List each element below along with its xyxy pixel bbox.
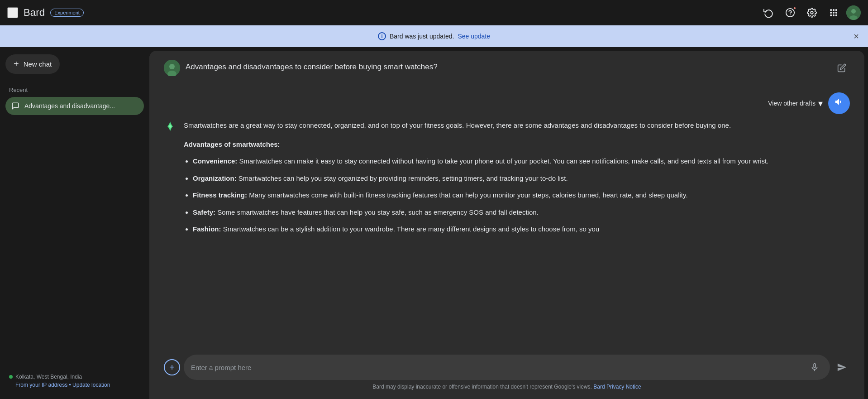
apps-icon-button[interactable] [825, 4, 843, 22]
svg-point-9 [830, 14, 832, 16]
nav-left: Bard Experiment [7, 7, 84, 19]
response-header: View other drafts ▾ [164, 92, 850, 114]
sidebar-footer: Kolkata, West Bengal, India From your IP… [5, 370, 144, 392]
update-location-link[interactable]: Update location [72, 382, 110, 388]
settings-icon-button[interactable] [803, 4, 821, 22]
menu-icon[interactable] [7, 7, 18, 18]
new-chat-button[interactable]: + New chat [5, 54, 60, 74]
chevron-down-icon: ▾ [818, 98, 823, 109]
plus-icon: + [14, 59, 19, 69]
conversation: Advantages and disadvantages to consider… [149, 51, 864, 349]
svg-point-10 [833, 14, 835, 16]
see-update-link[interactable]: See update [458, 33, 490, 40]
svg-point-13 [851, 9, 856, 14]
disclaimer: Bard may display inaccurate or offensive… [164, 380, 850, 395]
microphone-button[interactable] [806, 359, 823, 375]
input-area: + Bard may display inacc [149, 349, 864, 399]
banner-close-button[interactable]: × [854, 31, 859, 42]
help-icon-button[interactable] [781, 4, 799, 22]
advantage-term-2: Fitness tracking: [193, 191, 247, 199]
advantage-text-0: Smartwatches can make it easy to stay co… [239, 157, 769, 165]
send-button[interactable] [834, 359, 850, 375]
sidebar-item-label: Advantages and disadvantage... [24, 102, 115, 110]
user-message: Advantages and disadvantages to consider… [149, 51, 864, 85]
svg-point-8 [835, 12, 837, 14]
privacy-link[interactable]: Bard Privacy Notice [593, 384, 641, 390]
advantage-text-1: Smartwatches can help you stay organized… [238, 174, 568, 182]
svg-point-4 [833, 9, 835, 11]
svg-point-7 [833, 12, 835, 14]
app-title: Bard [24, 7, 45, 19]
chat-area: Advantages and disadvantages to consider… [149, 51, 864, 399]
advantages-list: Convenience: Smartwatches can make it ea… [184, 155, 850, 235]
advantage-item-3: Safety: Some smartwatches have features … [193, 207, 850, 218]
nav-right [759, 4, 861, 22]
advantage-term-3: Safety: [193, 208, 215, 216]
bard-sparkle-icon [164, 120, 176, 240]
response-content: Smartwatches are a great way to stay con… [184, 120, 850, 240]
update-info-icon: i [378, 32, 386, 40]
svg-point-3 [830, 9, 832, 11]
svg-point-5 [835, 9, 837, 11]
advantage-text-3: Some smartwatches have features that can… [217, 208, 539, 216]
advantage-term-1: Organization: [193, 174, 237, 182]
main-layout: + New chat Recent Advantages and disadva… [0, 47, 868, 399]
advantages-heading: Advantages of smartwatches: [184, 139, 850, 150]
input-box [184, 355, 830, 380]
bard-response: Smartwatches are a great way to stay con… [164, 120, 850, 240]
location-dot [9, 375, 13, 379]
advantage-item-1: Organization: Smartwatches can help you … [193, 173, 850, 184]
input-row: + [164, 355, 850, 380]
location-line: Kolkata, West Bengal, India [9, 374, 140, 380]
speaker-button[interactable] [828, 92, 850, 114]
edit-message-button[interactable] [834, 60, 850, 76]
advantage-item-2: Fitness tracking: Many smartwatches come… [193, 189, 850, 201]
location-links: From your IP address • Update location [9, 382, 140, 388]
ip-address-link[interactable]: From your IP address [15, 382, 67, 388]
sidebar: + New chat Recent Advantages and disadva… [0, 47, 149, 399]
advantage-text-4: Smartwatches can be a stylish addition t… [223, 225, 600, 233]
view-drafts-label: View other drafts [768, 100, 816, 107]
update-banner: i Bard was just updated. See update × [0, 25, 868, 47]
speaker-icon [834, 97, 844, 110]
new-chat-label: New chat [24, 60, 52, 68]
advantage-term-4: Fashion: [193, 225, 221, 233]
advantage-item-4: Fashion: Smartwatches can be a stylish a… [193, 223, 850, 235]
top-navigation: Bard Experiment [0, 0, 868, 25]
advantage-term-0: Convenience: [193, 157, 237, 165]
svg-point-6 [830, 12, 832, 14]
recent-section-label: Recent [5, 85, 144, 97]
response-intro: Smartwatches are a great way to stay con… [184, 120, 850, 131]
experiment-badge: Experiment [50, 9, 84, 17]
advantage-item-0: Convenience: Smartwatches can make it ea… [193, 155, 850, 167]
response-area: View other drafts ▾ [149, 85, 864, 251]
prompt-input[interactable] [191, 364, 803, 371]
location-city: Kolkata, West Bengal, India [15, 374, 82, 380]
sidebar-item-recent-0[interactable]: Advantages and disadvantage... [5, 97, 144, 115]
add-icon: + [169, 362, 175, 373]
history-icon-button[interactable] [759, 4, 777, 22]
svg-point-11 [835, 14, 837, 16]
banner-text: Bard was just updated. [390, 33, 454, 40]
chat-icon [11, 101, 20, 111]
location-separator: • [69, 382, 73, 388]
notification-dot [793, 6, 796, 10]
advantage-text-2: Many smartwatches come with built-in fit… [249, 191, 687, 199]
svg-point-16 [169, 64, 175, 69]
user-message-avatar [164, 60, 180, 76]
svg-point-2 [811, 11, 813, 14]
view-other-drafts-button[interactable]: View other drafts ▾ [768, 98, 823, 109]
add-button[interactable]: + [164, 359, 180, 375]
user-avatar[interactable] [846, 5, 861, 20]
disclaimer-text: Bard may display inaccurate or offensive… [372, 384, 592, 390]
user-message-text: Advantages and disadvantages to consider… [186, 60, 828, 72]
